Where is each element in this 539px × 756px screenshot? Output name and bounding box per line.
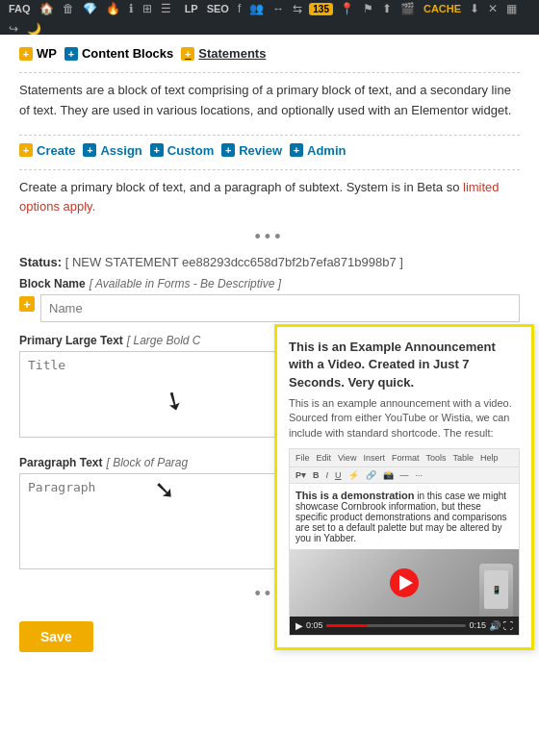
statements-plus-icon: + bbox=[181, 47, 194, 61]
tab-review[interactable]: + Review bbox=[221, 143, 282, 158]
popup-format-b[interactable]: B bbox=[311, 469, 321, 481]
popup-toolbar-edit[interactable]: Edit bbox=[315, 452, 334, 464]
toolbar-table-icon[interactable]: ▦ bbox=[503, 0, 520, 17]
tab-assign-label: Assign bbox=[100, 143, 141, 158]
review-plus-icon: + bbox=[221, 143, 235, 157]
save-button[interactable]: Save bbox=[19, 621, 93, 652]
toolbar-upload-icon[interactable]: ⬆ bbox=[379, 0, 395, 17]
toolbar-moon-icon[interactable]: 🌙 bbox=[24, 20, 44, 35]
toolbar-share-icon[interactable]: ↔ bbox=[270, 0, 287, 17]
toolbar-badge-135[interactable]: 135 bbox=[309, 3, 333, 15]
primary-text-field: Primary Large Text [ Large Bold C ➘ This… bbox=[19, 334, 520, 441]
tab-admin[interactable]: + Admin bbox=[290, 143, 346, 158]
primary-text-bracket: [ Large Bold C bbox=[127, 334, 201, 347]
popup-subtitle: This is an example announcement with a v… bbox=[289, 396, 520, 441]
popup-toolbar-insert[interactable]: Insert bbox=[361, 452, 387, 464]
paragraph-text-label: Paragraph Text bbox=[19, 456, 102, 469]
tab-admin-label: Admin bbox=[307, 143, 346, 158]
page-description: Statements are a block of text comprisin… bbox=[19, 81, 520, 121]
video-fullscreen-icon[interactable]: ⛶ bbox=[503, 620, 513, 631]
block-name-label: Block Name bbox=[19, 277, 86, 290]
breadcrumb-content-blocks[interactable]: + Content Blocks bbox=[64, 46, 173, 61]
toolbar-trash-icon[interactable]: 🗑 bbox=[60, 0, 77, 17]
popup-toolbar-format[interactable]: Format bbox=[390, 452, 422, 464]
divider-2 bbox=[19, 135, 520, 136]
status-value: [ NEW STATEMENT ee88293dcc658d7bf2b7efa8… bbox=[65, 255, 403, 269]
popup-toolbar-table[interactable]: Table bbox=[450, 452, 475, 464]
popup-format-u[interactable]: U bbox=[333, 469, 344, 481]
popup-toolbar-tools[interactable]: Tools bbox=[424, 452, 448, 464]
popup-toolbar-help[interactable]: Help bbox=[478, 452, 500, 464]
tab-custom[interactable]: + Custom bbox=[150, 143, 214, 158]
popup-title: This is an Example Announcement with a V… bbox=[289, 339, 520, 391]
popup-editor-area: This is a demonstration in this case we … bbox=[290, 484, 519, 549]
toolbar-seo[interactable]: SEO bbox=[204, 1, 232, 16]
form-section: Block Name [ Available in Forms - Be Des… bbox=[19, 277, 520, 652]
status-label: Status: bbox=[19, 255, 62, 269]
popup-video-thumb[interactable]: 📱 bbox=[290, 549, 519, 617]
popup-toolbar-file[interactable]: File bbox=[294, 452, 312, 464]
breadcrumb-wp-label: WP bbox=[37, 46, 57, 61]
video-play-icon[interactable]: ▶ bbox=[295, 620, 303, 631]
tab-create-label: Create bbox=[37, 143, 75, 158]
create-plus-icon: + bbox=[19, 143, 33, 157]
paragraph-text-bracket: [ Block of Parag bbox=[106, 456, 188, 469]
video-volume-icon[interactable]: 🔊 bbox=[489, 620, 500, 631]
popup-toolbar-view[interactable]: View bbox=[336, 452, 358, 464]
popup-format-more[interactable]: ··· bbox=[414, 469, 425, 481]
block-name-field: Block Name [ Available in Forms - Be Des… bbox=[19, 277, 520, 322]
toolbar-forward-icon[interactable]: ↪ bbox=[6, 20, 21, 35]
custom-plus-icon: + bbox=[150, 143, 164, 157]
tab-create[interactable]: + Create bbox=[19, 143, 75, 158]
popup-format-image[interactable]: 📸 bbox=[381, 469, 396, 481]
example-popup: This is an Example Announcement with a V… bbox=[274, 324, 534, 650]
toolbar-info-icon[interactable]: ℹ bbox=[126, 0, 137, 17]
breadcrumb-content-blocks-label: Content Blocks bbox=[82, 46, 173, 61]
video-progress-bar[interactable] bbox=[326, 624, 467, 627]
assign-plus-icon: + bbox=[83, 143, 96, 157]
popup-format-hr[interactable]: — bbox=[398, 469, 411, 481]
toolbar-diamond-icon[interactable]: 💎 bbox=[80, 0, 100, 17]
main-content: + WP + Content Blocks + Statements State… bbox=[0, 35, 539, 664]
breadcrumb-statements-label: Statements bbox=[198, 46, 266, 61]
toolbar-lp[interactable]: LP bbox=[182, 1, 201, 16]
toolbar-faq[interactable]: FAQ bbox=[6, 1, 34, 16]
toolbar-close-icon[interactable]: ✕ bbox=[485, 0, 500, 17]
divider-3 bbox=[19, 169, 520, 170]
breadcrumb: + WP + Content Blocks + Statements bbox=[19, 46, 520, 61]
tab-custom-label: Custom bbox=[167, 143, 214, 158]
toolbar-grid-icon[interactable]: ⊞ bbox=[140, 0, 155, 17]
toolbar-location-icon[interactable]: 📍 bbox=[337, 0, 357, 17]
toolbar-fire-icon[interactable]: 🔥 bbox=[103, 0, 123, 17]
play-triangle-icon bbox=[399, 575, 413, 591]
popup-play-button[interactable] bbox=[390, 568, 419, 597]
toolbar-download-icon[interactable]: ⬇ bbox=[467, 0, 482, 17]
popup-editor-format-row: P▾ B I U ⚡ 🔗 📸 — ··· bbox=[290, 467, 519, 484]
breadcrumb-wp[interactable]: + WP bbox=[19, 46, 57, 61]
popup-video-controls: ▶ 0:05 0:15 🔊 ⛶ bbox=[290, 617, 519, 635]
content-blocks-plus-icon: + bbox=[64, 47, 78, 61]
toolbar-f-icon[interactable]: f bbox=[235, 0, 244, 17]
popup-format-i[interactable]: I bbox=[324, 469, 331, 481]
popup-format-bullet[interactable]: ⚡ bbox=[346, 469, 361, 481]
wp-plus-icon: + bbox=[19, 47, 33, 61]
popup-format-p[interactable]: P▾ bbox=[294, 469, 308, 481]
toolbar-flag-icon[interactable]: ⚑ bbox=[360, 0, 376, 17]
breadcrumb-statements[interactable]: + Statements bbox=[181, 46, 266, 61]
toolbar-home-icon[interactable]: 🏠 bbox=[37, 0, 57, 17]
toolbar-share2-icon[interactable]: ⇆ bbox=[290, 0, 305, 17]
admin-plus-icon: + bbox=[290, 143, 303, 157]
tab-assign[interactable]: + Assign bbox=[83, 143, 141, 158]
toolbar-users-icon[interactable]: 👥 bbox=[246, 0, 267, 17]
block-name-plus-btn[interactable]: + bbox=[19, 296, 35, 312]
popup-format-link[interactable]: 🔗 bbox=[364, 469, 378, 481]
three-dots-top: ••• bbox=[19, 227, 520, 247]
divider-1 bbox=[19, 72, 520, 73]
primary-text-label: Primary Large Text bbox=[19, 334, 123, 347]
toolbar-video-icon[interactable]: 🎬 bbox=[398, 0, 418, 17]
toolbar-list-icon[interactable]: ☰ bbox=[158, 0, 174, 17]
toolbar-cache[interactable]: CACHE bbox=[421, 1, 464, 16]
block-name-input[interactable] bbox=[40, 294, 520, 322]
video-time-current: 0:05 bbox=[306, 620, 323, 630]
tab-review-label: Review bbox=[239, 143, 282, 158]
